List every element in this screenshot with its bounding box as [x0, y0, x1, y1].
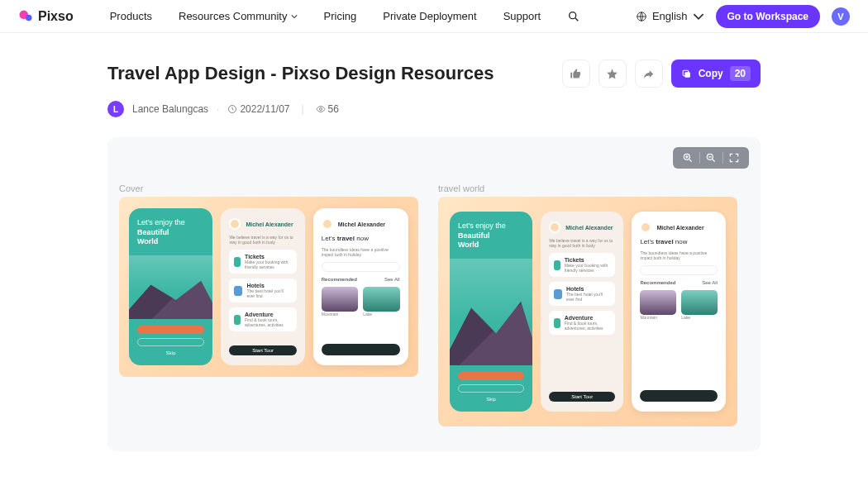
- fullscreen-button[interactable]: [723, 149, 746, 167]
- search-icon[interactable]: [567, 10, 580, 23]
- chevron-down-icon: [693, 11, 704, 22]
- thumbs-up-icon: [570, 68, 582, 80]
- star-icon: [606, 68, 618, 80]
- fullscreen-icon: [728, 152, 740, 164]
- like-button[interactable]: [562, 60, 590, 88]
- phone-profile: Michel Alexander We believe travel is a …: [541, 212, 623, 412]
- views: 56: [316, 103, 339, 115]
- share-icon: [642, 68, 655, 80]
- zoom-in-button[interactable]: [676, 149, 699, 167]
- favorite-button[interactable]: [599, 60, 627, 88]
- zoom-out-button[interactable]: [699, 149, 723, 167]
- clock-icon: [227, 104, 237, 114]
- nav-resources[interactable]: Resources Community: [179, 10, 298, 22]
- frame-label: travel world: [438, 183, 737, 193]
- author-avatar[interactable]: L: [107, 101, 124, 117]
- svg-rect-4: [684, 72, 690, 78]
- travel-world-mockup: Let's enjoy theBeautifulWorld Skip Miche…: [438, 197, 737, 426]
- globe-icon: [636, 11, 647, 22]
- frame-travel-world[interactable]: travel world Let's enjoy theBeautifulWor…: [438, 183, 737, 426]
- action-bar: Copy 20: [562, 60, 761, 88]
- svg-point-1: [26, 14, 32, 21]
- nav-deployment[interactable]: Private Deployment: [383, 10, 476, 22]
- pixso-logo-icon: [18, 9, 33, 24]
- signin-pill: [458, 372, 524, 380]
- create-account-pill: [137, 338, 204, 346]
- phone-onboarding: Let's enjoy theBeautifulWorld Skip: [450, 212, 532, 412]
- signin-pill: [137, 326, 204, 334]
- nav-pricing[interactable]: Pricing: [324, 10, 357, 22]
- brand-name: Pixso: [38, 9, 74, 24]
- eye-icon: [316, 104, 326, 114]
- svg-point-7: [319, 108, 322, 111]
- create-account-pill: [458, 384, 524, 393]
- design-canvas[interactable]: Cover Let's enjoy theBeautifulWorld Skip…: [107, 137, 761, 451]
- cover-mockup: Let's enjoy theBeautifulWorld Skip Miche…: [119, 197, 418, 377]
- copy-button[interactable]: Copy 20: [671, 60, 761, 88]
- page-title: Travel App Design - Pixso Design Resourc…: [107, 63, 494, 84]
- zoom-out-icon: [705, 152, 717, 164]
- author-name[interactable]: Lance Balungcas: [132, 103, 208, 115]
- phone-travel-now: Michel Alexander Let's travel now The bo…: [313, 208, 408, 365]
- phone-travel-now: Michel Alexander Let's travel now The bo…: [632, 212, 726, 412]
- chevron-down-icon: [291, 13, 298, 20]
- copy-icon: [681, 69, 692, 79]
- copy-label: Copy: [699, 68, 723, 79]
- user-avatar[interactable]: V: [832, 7, 850, 26]
- logo[interactable]: Pixso: [18, 9, 74, 24]
- copy-count: 20: [730, 66, 751, 81]
- phone-onboarding: Let's enjoy theBeautifulWorld Skip: [129, 208, 212, 365]
- nav-support[interactable]: Support: [503, 10, 541, 22]
- go-to-workspace-button[interactable]: Go to Workspace: [716, 5, 820, 28]
- nav-products[interactable]: Products: [110, 10, 152, 22]
- frame-cover[interactable]: Cover Let's enjoy theBeautifulWorld Skip…: [119, 183, 418, 426]
- meta-row: L Lance Balungcas · 2022/11/07 | 56: [107, 101, 761, 117]
- phone-profile: Michel Alexander We believe travel is a …: [221, 208, 304, 365]
- date: 2022/11/07: [227, 103, 289, 115]
- svg-point-2: [570, 12, 576, 18]
- language-switcher[interactable]: English: [636, 10, 704, 22]
- zoom-in-icon: [682, 152, 694, 164]
- canvas-toolbar: [673, 147, 749, 169]
- frame-label: Cover: [119, 183, 418, 193]
- share-button[interactable]: [635, 60, 663, 88]
